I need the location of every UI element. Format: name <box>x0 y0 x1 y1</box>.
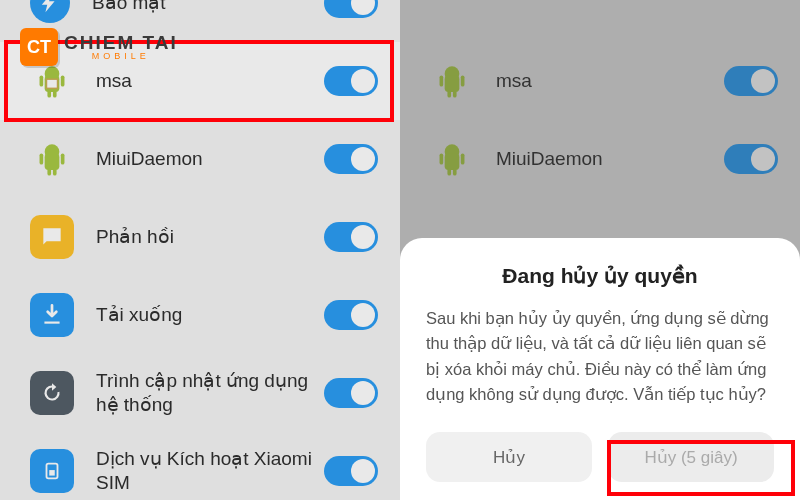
list-item[interactable]: Phản hồi <box>0 198 400 276</box>
right-screenshot: msa MiuiDaemon Đang hủy ủy quyền Sau khi… <box>400 0 800 500</box>
app-label: MiuiDaemon <box>496 147 724 171</box>
svg-rect-24 <box>453 90 457 97</box>
android-icon <box>430 59 474 103</box>
revoke-authorization-dialog: Đang hủy ủy quyền Sau khi bạn hủy ủy quy… <box>400 238 800 500</box>
svg-rect-12 <box>47 168 51 175</box>
app-label: Bảo mật <box>92 0 324 15</box>
svg-point-16 <box>54 233 57 236</box>
dialog-actions: Hủy Hủy (5 giây) <box>426 432 774 482</box>
svg-rect-2 <box>40 76 44 87</box>
download-icon <box>30 293 74 337</box>
app-label: Trình cập nhật ứng dụng hệ thống <box>96 369 324 417</box>
toggle-switch[interactable] <box>324 222 378 252</box>
app-label: Tải xuống <box>96 303 324 327</box>
app-label: MiuiDaemon <box>96 147 324 171</box>
svg-rect-3 <box>61 76 65 87</box>
svg-rect-29 <box>447 168 451 175</box>
toggle-switch[interactable] <box>324 66 378 96</box>
svg-rect-9 <box>45 154 60 171</box>
cancel-button[interactable]: Hủy <box>426 432 592 482</box>
toggle-switch[interactable] <box>324 456 378 486</box>
confirm-countdown-button[interactable]: Hủy (5 giây) <box>608 432 774 482</box>
security-icon <box>30 0 70 23</box>
feedback-icon <box>30 215 74 259</box>
toggle-switch[interactable] <box>724 66 778 96</box>
app-authorization-list: msa MiuiDaemon <box>400 0 800 198</box>
svg-rect-6 <box>47 79 58 88</box>
svg-rect-30 <box>453 168 457 175</box>
svg-rect-21 <box>440 76 444 87</box>
svg-rect-26 <box>445 154 460 171</box>
toggle-switch[interactable] <box>324 300 378 330</box>
svg-rect-22 <box>461 76 465 87</box>
svg-rect-5 <box>53 90 57 97</box>
list-item[interactable]: MiuiDaemon <box>0 120 400 198</box>
svg-rect-4 <box>47 90 51 97</box>
svg-rect-11 <box>61 154 65 165</box>
list-item-msa[interactable]: msa <box>400 42 800 120</box>
toggle-switch[interactable] <box>324 144 378 174</box>
app-label: Phản hồi <box>96 225 324 249</box>
svg-rect-23 <box>447 90 451 97</box>
watermark-logo: CT CHIEM TAI MOBILE <box>20 28 178 66</box>
svg-point-15 <box>51 233 54 236</box>
list-item[interactable]: Trình cập nhật ứng dụng hệ thống <box>0 354 400 432</box>
svg-rect-18 <box>49 470 55 476</box>
dialog-body: Sau khi bạn hủy ủy quyền, ứng dụng sẽ dừ… <box>426 306 774 408</box>
android-icon <box>30 137 74 181</box>
app-authorization-list: Bảo mật msa MiuiDaemon <box>0 0 400 500</box>
toggle-switch[interactable] <box>324 0 378 18</box>
toggle-switch[interactable] <box>324 378 378 408</box>
svg-rect-20 <box>445 76 460 93</box>
app-label: msa <box>96 69 324 93</box>
list-item[interactable]: Tải xuống <box>0 276 400 354</box>
svg-rect-27 <box>440 154 444 165</box>
svg-rect-10 <box>40 154 44 165</box>
app-label: Dịch vụ Kích hoạt Xiaomi SIM <box>96 447 324 495</box>
left-screenshot: Bảo mật msa MiuiDaemon <box>0 0 400 500</box>
toggle-switch[interactable] <box>724 144 778 174</box>
watermark-badge: CT <box>20 28 58 66</box>
android-icon <box>430 137 474 181</box>
svg-point-14 <box>47 233 50 236</box>
list-item[interactable]: Dịch vụ Kích hoạt Xiaomi SIM <box>0 432 400 500</box>
list-item <box>400 0 800 42</box>
list-item[interactable]: MiuiDaemon <box>400 120 800 198</box>
system-updater-icon <box>30 371 74 415</box>
watermark-sub: MOBILE <box>64 52 178 61</box>
app-label: msa <box>496 69 724 93</box>
sim-icon <box>30 449 74 493</box>
dialog-title: Đang hủy ủy quyền <box>426 264 774 288</box>
svg-rect-13 <box>53 168 57 175</box>
svg-rect-28 <box>461 154 465 165</box>
watermark-main: CHIEM TAI <box>64 33 178 52</box>
